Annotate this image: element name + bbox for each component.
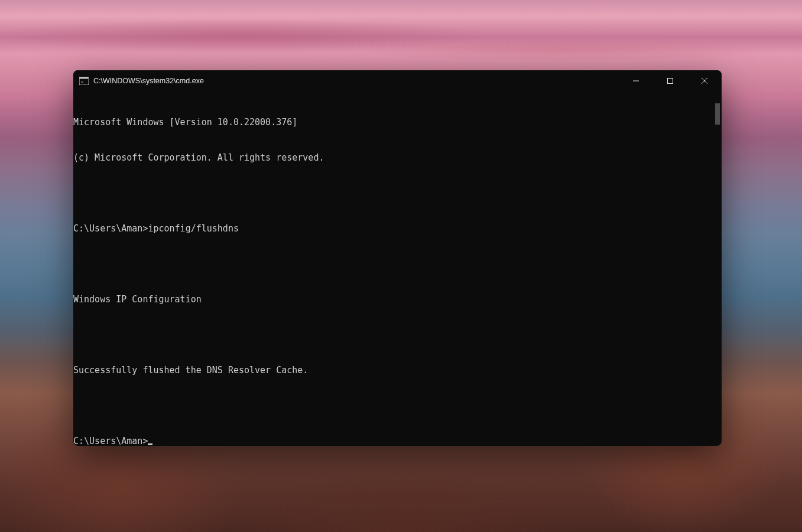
- cmd-icon: >_: [79, 77, 89, 85]
- terminal-output[interactable]: Microsoft Windows [Version 10.0.22000.37…: [73, 92, 722, 446]
- terminal-line: [73, 187, 720, 199]
- cmd-window: >_ C:\WINDOWS\system32\cmd.exe Microsoft…: [73, 70, 722, 446]
- close-button[interactable]: [687, 70, 722, 92]
- terminal-lines: Microsoft Windows [Version 10.0.22000.37…: [73, 93, 722, 446]
- titlebar[interactable]: >_ C:\WINDOWS\system32\cmd.exe: [73, 70, 722, 92]
- terminal-line: C:\Users\Aman>ipconfig/flushdns: [73, 223, 720, 234]
- terminal-line: Microsoft Windows [Version 10.0.22000.37…: [73, 116, 720, 128]
- terminal-line: Successfully flushed the DNS Resolver Ca…: [73, 364, 720, 376]
- window-title: C:\WINDOWS\system32\cmd.exe: [93, 77, 204, 85]
- terminal-cursor: [148, 443, 152, 445]
- minimize-button[interactable]: [619, 70, 653, 92]
- svg-rect-4: [668, 79, 673, 84]
- terminal-line: Windows IP Configuration: [73, 293, 720, 305]
- scrollbar-thumb[interactable]: [715, 103, 720, 125]
- titlebar-left: >_ C:\WINDOWS\system32\cmd.exe: [73, 77, 619, 85]
- terminal-prompt: C:\Users\Aman>: [73, 436, 148, 446]
- terminal-prompt-line: C:\Users\Aman>: [73, 435, 720, 446]
- terminal-line: (c) Microsoft Corporation. All rights re…: [73, 152, 720, 164]
- svg-text:>_: >_: [81, 80, 86, 84]
- terminal-line: [73, 329, 720, 341]
- terminal-line: [73, 258, 720, 270]
- terminal-line: [73, 400, 720, 412]
- window-controls: [619, 70, 722, 92]
- maximize-button[interactable]: [653, 70, 687, 92]
- svg-rect-1: [79, 77, 89, 79]
